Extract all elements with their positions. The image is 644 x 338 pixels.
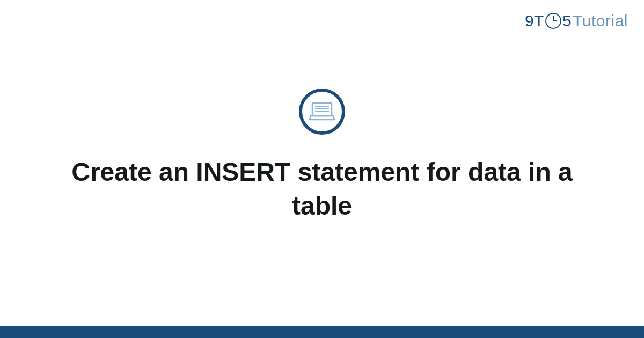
laptop-icon: [299, 89, 345, 137]
content-area: Create an INSERT statement for data in a…: [0, 0, 644, 338]
page-title: Create an INSERT statement for data in a…: [64, 156, 580, 223]
footer-bar: [0, 326, 644, 338]
